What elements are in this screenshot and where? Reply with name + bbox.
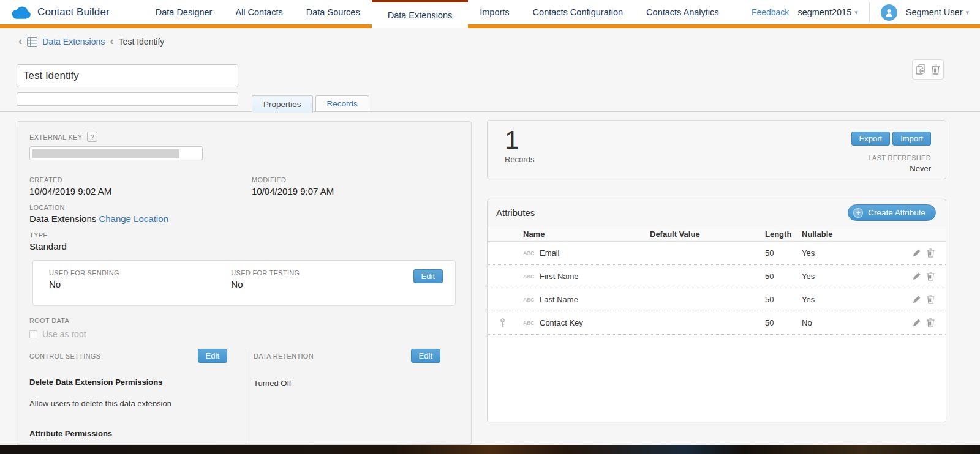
attribute-name: Contact Key — [540, 318, 583, 327]
table-row: ABC Email 50 Yes — [488, 242, 946, 265]
last-refreshed-label: LAST REFRESHED — [851, 154, 931, 162]
attribute-name: Email — [540, 248, 560, 258]
data-extension-grid-icon — [27, 37, 37, 47]
edit-data-retention-button[interactable]: Edit — [411, 349, 440, 363]
account-name: segment2015 — [797, 7, 851, 17]
table-row: ABC First Name 50 Yes — [488, 265, 946, 288]
nav-item-all-contacts[interactable]: All Contacts — [224, 0, 294, 24]
edit-control-settings-button[interactable]: Edit — [198, 349, 227, 363]
attribute-nullable: Yes — [802, 272, 845, 281]
location-value: Data Extensions — [29, 214, 96, 224]
breadcrumb-data-extensions-link[interactable]: Data Extensions — [42, 37, 105, 47]
location-label: LOCATION — [29, 204, 459, 211]
column-nullable: Nullable — [802, 229, 845, 239]
nav-divider — [869, 2, 870, 22]
cloud-logo-icon — [10, 5, 32, 20]
tab-underline — [0, 111, 980, 112]
attribute-nullable: Yes — [802, 295, 845, 304]
breadcrumb: ‹ Data Extensions ‹ Test Identify — [18, 37, 164, 47]
chevron-down-icon: ▾ — [854, 9, 858, 17]
edit-pencil-icon[interactable] — [913, 318, 921, 327]
extension-description-input[interactable] — [17, 92, 238, 106]
change-location-link[interactable]: Change Location — [99, 214, 168, 224]
extension-tools — [912, 59, 944, 80]
plus-icon: + — [853, 208, 863, 218]
external-key-field[interactable] — [29, 146, 203, 160]
create-attribute-button[interactable]: + Create Attribute — [848, 204, 936, 221]
modified-label: MODIFIED — [252, 176, 459, 184]
last-refreshed-value: Never — [851, 164, 931, 173]
used-for-testing-value: No — [231, 279, 413, 289]
account-menu[interactable]: segment2015 ▾ — [797, 7, 858, 17]
attributes-panel: Attributes + Create Attribute Name Defau… — [487, 199, 946, 422]
created-label: CREATED — [29, 176, 252, 184]
nav-item-data-designer[interactable]: Data Designer — [144, 0, 224, 24]
primary-key-icon — [499, 318, 523, 328]
tab-records[interactable]: Records — [315, 95, 369, 112]
records-summary-panel: 1 Records Export Import LAST REFRESHED N… — [487, 120, 946, 179]
edit-pencil-icon[interactable] — [913, 295, 921, 304]
feedback-link[interactable]: Feedback — [752, 7, 789, 17]
user-name: Segment User — [906, 7, 963, 17]
type-label: TYPE — [29, 231, 459, 239]
used-for-sending-value: No — [49, 279, 231, 289]
edit-pencil-icon[interactable] — [913, 272, 921, 281]
app-brand[interactable]: Contact Builder — [0, 0, 116, 24]
table-empty-area — [488, 335, 946, 422]
text-type-icon: ABC — [523, 320, 534, 326]
table-row: ABC Contact Key 50 No — [488, 311, 946, 335]
delete-permissions-desc: Allow users to delete this data extensio… — [29, 399, 246, 408]
text-type-icon: ABC — [523, 297, 534, 303]
attribute-nullable: No — [802, 318, 845, 327]
attributes-title: Attributes — [496, 207, 535, 218]
avatar[interactable] — [881, 4, 897, 21]
attribute-length: 50 — [765, 318, 802, 327]
permissions-section: CONTROL SETTINGS Edit Delete Data Extens… — [17, 349, 471, 445]
use-as-root-label: Use as root — [42, 329, 86, 339]
redacted-value — [32, 149, 179, 158]
tab-properties[interactable]: Properties — [252, 95, 313, 113]
attributes-table: Name Default Value Length Nullable ABC E… — [488, 226, 946, 422]
desktop-edge-strip — [0, 445, 980, 454]
sending-settings-card: USED FOR SENDING No USED FOR TESTING No … — [32, 260, 456, 306]
nav-accent-bar — [0, 24, 980, 28]
table-header-row: Name Default Value Length Nullable — [488, 226, 946, 242]
delete-icon[interactable] — [931, 64, 940, 75]
table-row: ABC Last Name 50 Yes — [488, 288, 946, 311]
app-title: Contact Builder — [37, 6, 110, 18]
text-type-icon: ABC — [523, 250, 534, 256]
modified-value: 10/04/2019 9:07 AM — [252, 186, 459, 196]
delete-trash-icon[interactable] — [927, 272, 935, 281]
delete-trash-icon[interactable] — [927, 295, 935, 304]
use-as-root-checkbox[interactable] — [29, 330, 37, 338]
back-chevron-icon[interactable]: ‹ — [18, 37, 22, 45]
column-default-value: Default Value — [650, 229, 765, 239]
root-data-label: ROOT DATA — [29, 317, 459, 324]
copy-icon[interactable] — [916, 64, 926, 75]
attribute-length: 50 — [765, 295, 802, 304]
user-icon — [884, 7, 894, 18]
delete-trash-icon[interactable] — [927, 318, 935, 327]
nav-item-contacts-configuration[interactable]: Contacts Configuration — [521, 0, 635, 24]
edit-pencil-icon[interactable] — [913, 248, 921, 258]
attribute-permissions-title: Attribute Permissions — [29, 429, 246, 438]
text-type-icon: ABC — [523, 274, 534, 280]
detail-tabs: Properties Records — [252, 95, 369, 113]
import-button[interactable]: Import — [892, 132, 931, 146]
nav-item-contacts-analytics[interactable]: Contacts Analytics — [635, 0, 730, 24]
nav-item-imports[interactable]: Imports — [468, 0, 521, 24]
extension-name-input[interactable] — [17, 64, 238, 87]
user-menu[interactable]: Segment User ▾ — [906, 7, 969, 17]
attribute-length: 50 — [765, 248, 802, 258]
nav-item-data-extensions[interactable]: Data Extensions — [372, 0, 469, 28]
export-button[interactable]: Export — [851, 132, 891, 146]
nav-item-data-sources[interactable]: Data Sources — [295, 0, 372, 24]
delete-trash-icon[interactable] — [927, 248, 935, 258]
edit-sending-button[interactable]: Edit — [413, 269, 443, 283]
attribute-name: First Name — [540, 272, 579, 281]
nav-right-cluster: Feedback segment2015 ▾ Segment User ▾ — [752, 0, 980, 24]
attribute-name: Last Name — [540, 295, 578, 304]
help-icon[interactable]: ? — [87, 132, 97, 142]
data-retention-value: Turned Off — [254, 379, 459, 388]
breadcrumb-current: Test Identify — [119, 37, 165, 47]
